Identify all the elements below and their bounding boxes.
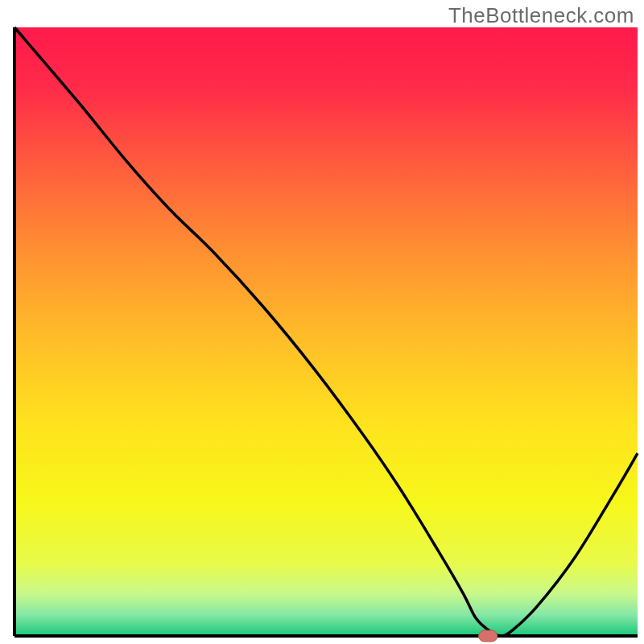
watermark-text: TheBottleneck.com bbox=[448, 3, 634, 28]
optimum-marker bbox=[479, 630, 497, 642]
chart-container: TheBottleneck.com bbox=[0, 0, 644, 644]
bottleneck-chart bbox=[0, 0, 644, 644]
gradient-background bbox=[14, 27, 638, 636]
